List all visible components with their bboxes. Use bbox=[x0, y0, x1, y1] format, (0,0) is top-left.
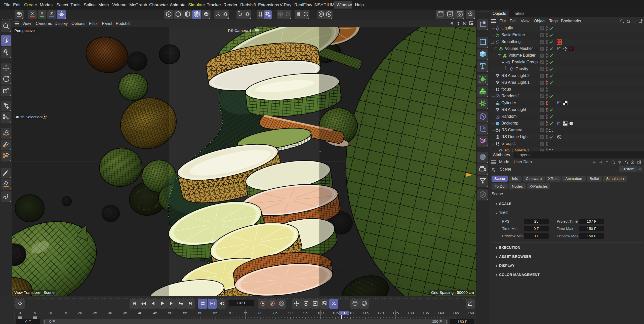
svg-text:35: 35 bbox=[123, 311, 127, 315]
svg-text:140: 140 bbox=[437, 311, 444, 315]
svg-text:55: 55 bbox=[183, 311, 187, 315]
svg-text:15: 15 bbox=[63, 311, 67, 315]
svg-text:30: 30 bbox=[108, 311, 112, 315]
svg-text:Grid Spacing : 50000 cm: Grid Spacing : 50000 cm bbox=[431, 290, 474, 295]
svg-text:120: 120 bbox=[377, 311, 384, 315]
svg-text:85: 85 bbox=[273, 311, 277, 315]
svg-text:Y: Y bbox=[41, 11, 44, 16]
svg-text:45: 45 bbox=[153, 311, 157, 315]
svg-text:40: 40 bbox=[138, 311, 142, 315]
svg-text:60: 60 bbox=[198, 311, 203, 315]
svg-text:130: 130 bbox=[408, 311, 414, 315]
svg-text:107: 107 bbox=[341, 311, 347, 315]
svg-text:80: 80 bbox=[258, 311, 263, 315]
svg-text:10: 10 bbox=[48, 311, 52, 315]
svg-text:Brush Selection: Brush Selection bbox=[14, 115, 42, 119]
svg-text:RS Camera.1: RS Camera.1 bbox=[228, 28, 252, 33]
svg-text:145: 145 bbox=[453, 311, 459, 315]
svg-text:95: 95 bbox=[303, 311, 308, 315]
svg-text:A: A bbox=[271, 302, 273, 305]
svg-text:A: A bbox=[328, 12, 330, 16]
svg-text:20: 20 bbox=[78, 311, 82, 315]
svg-text:Perspective: Perspective bbox=[14, 28, 35, 33]
svg-text:115: 115 bbox=[363, 311, 369, 315]
svg-text:70: 70 bbox=[228, 311, 232, 315]
svg-text:5: 5 bbox=[34, 311, 36, 315]
svg-text:135: 135 bbox=[423, 311, 429, 315]
svg-text:105: 105 bbox=[332, 311, 339, 315]
svg-text:X: X bbox=[31, 11, 34, 16]
svg-text:Z: Z bbox=[50, 11, 53, 16]
svg-text:90: 90 bbox=[288, 311, 293, 315]
svg-text:65: 65 bbox=[213, 311, 217, 315]
svg-text:View Transform: Scene: View Transform: Scene bbox=[14, 290, 55, 295]
